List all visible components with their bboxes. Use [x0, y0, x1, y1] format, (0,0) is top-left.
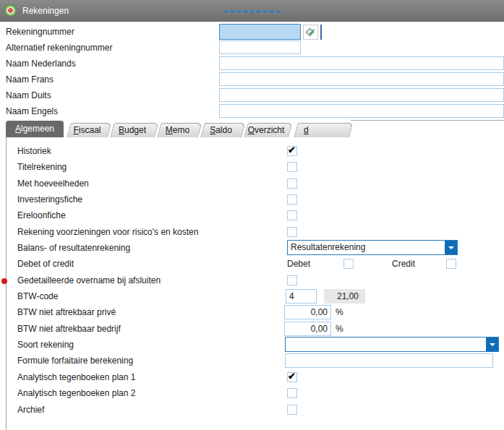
- window-title: Rekeningen: [22, 6, 69, 16]
- investeringsfiche-checkbox[interactable]: [287, 194, 297, 205]
- btw-prive-row: BTW niet aftrekbaar privé %: [0, 304, 504, 320]
- analytisch-plan1-label: Analytisch tegenboeken plan 1: [17, 369, 135, 385]
- naam-duits-input[interactable]: [219, 88, 504, 102]
- archief-label: Archief: [17, 402, 44, 418]
- naam-nederlands-input[interactable]: [219, 56, 504, 70]
- debet-credit-row: Debet of credit Debet Credit: [0, 256, 504, 272]
- titelrekening-row: Titelrekening: [0, 159, 504, 175]
- chevron-down-icon: [490, 343, 495, 346]
- ereloonfiche-label: Ereloonfiche: [17, 207, 66, 223]
- analytisch-plan1-row: Analytisch tegenboeken plan 1 ✔: [0, 369, 504, 385]
- rekeningnummer-label: Rekeningnummer: [6, 24, 74, 40]
- naam-nederlands-label: Naam Nederlands: [6, 56, 76, 72]
- titelrekening-checkbox[interactable]: [287, 162, 297, 172]
- formule-label: Formule forfaitaire berekening: [17, 353, 133, 369]
- titelrekening-label: Titelrekening: [17, 159, 67, 175]
- balans-resultaten-dropdown[interactable]: Resultatenrekening: [287, 240, 458, 255]
- btw-bedrijf-input[interactable]: [284, 322, 331, 336]
- analytisch-plan1-checkbox[interactable]: ✔: [287, 372, 297, 382]
- btw-rate-readonly: 21,00: [324, 289, 365, 304]
- soort-rekening-dropdown[interactable]: [285, 337, 499, 352]
- naam-engels-input[interactable]: [219, 104, 504, 118]
- historiek-row: Historiek ✔: [0, 143, 504, 159]
- voorzieningen-row: Rekening voorzieningen voor risico's en …: [0, 224, 504, 240]
- voorzieningen-label: Rekening voorzieningen voor risico's en …: [17, 224, 198, 240]
- percent-sign: %: [336, 304, 343, 320]
- rekeningnummer-row: Rekeningnummer ✓: [0, 24, 504, 40]
- archief-checkbox[interactable]: [287, 405, 297, 415]
- alternatief-rekeningnummer-label: Alternatief rekeningnummer: [6, 40, 112, 56]
- analytisch-plan2-checkbox[interactable]: [287, 388, 297, 398]
- ereloonfiche-checkbox[interactable]: [287, 210, 297, 220]
- naam-frans-input[interactable]: [219, 72, 504, 86]
- dropdown-button[interactable]: [445, 241, 457, 254]
- btw-bedrijf-row: BTW niet aftrekbaar bedrijf %: [0, 321, 504, 337]
- tab-algemeen[interactable]: Algemeen: [6, 121, 64, 137]
- historiek-label: Historiek: [17, 143, 51, 159]
- formule-input[interactable]: [285, 353, 493, 368]
- soort-rekening-label: Soort rekening: [17, 337, 74, 353]
- btw-prive-input[interactable]: [284, 305, 331, 319]
- validate-icon[interactable]: ✓: [303, 25, 318, 40]
- rekeningnummer-input[interactable]: [219, 24, 301, 40]
- naam-engels-row: Naam Engels: [0, 103, 504, 119]
- naam-engels-label: Naam Engels: [6, 103, 58, 119]
- ereloonfiche-row: Ereloonfiche: [0, 207, 504, 223]
- balans-resultaten-row: Balans- of resultatenrekening Resultaten…: [0, 240, 504, 256]
- gedetailleerde-overname-checkbox[interactable]: [287, 275, 297, 285]
- btw-prive-label: BTW niet aftrekbaar privé: [17, 304, 116, 320]
- debet-label: Debet: [287, 256, 310, 272]
- balans-resultaten-value: Resultatenrekening: [291, 241, 365, 254]
- dropdown-button[interactable]: [486, 337, 498, 351]
- gedetailleerde-overname-row: Gedetailleerde overname bij afsluiten: [0, 272, 504, 288]
- credit-checkbox[interactable]: [446, 259, 456, 269]
- investeringsfiche-row: Investeringsfiche: [0, 192, 504, 207]
- tabstrip-right-line: [351, 120, 504, 121]
- tab-strip: Algemeen Fiscaal Budget Memo Saldo Overz…: [0, 121, 504, 137]
- voorzieningen-checkbox[interactable]: [287, 227, 297, 237]
- tab-d[interactable]: d: [294, 123, 349, 137]
- naam-frans-label: Naam Frans: [6, 72, 54, 87]
- investeringsfiche-label: Investeringsfiche: [17, 192, 82, 207]
- alternatief-rekeningnummer-input[interactable]: [219, 40, 301, 54]
- tab-overzicht[interactable]: Overzicht: [244, 123, 289, 137]
- formule-row: Formule forfaitaire berekening: [0, 353, 504, 369]
- tab-memo[interactable]: Memo: [157, 123, 198, 137]
- credit-label: Credit: [392, 256, 415, 272]
- btw-code-input[interactable]: [286, 289, 317, 304]
- tab-saldo[interactable]: Saldo: [200, 123, 242, 137]
- btw-code-label: BTW-code: [17, 288, 58, 304]
- soort-rekening-row: Soort rekening: [0, 337, 504, 353]
- met-hoeveelheden-checkbox[interactable]: [287, 179, 297, 189]
- green-check-icon: ✓: [308, 26, 316, 38]
- naam-frans-row: Naam Frans: [0, 72, 504, 87]
- balans-resultaten-label: Balans- of resultatenrekening: [17, 240, 130, 256]
- historiek-checkbox[interactable]: ✔: [287, 146, 297, 156]
- algemeen-tab-panel: Historiek ✔ Titelrekening Met hoeveelhed…: [0, 137, 504, 418]
- naam-duits-label: Naam Duits: [6, 87, 51, 103]
- alternatief-rekeningnummer-row: Alternatief rekeningnummer: [0, 40, 504, 56]
- gedetailleerde-overname-label: Gedetailleerde overname bij afsluiten: [17, 272, 161, 288]
- analytisch-plan2-row: Analytisch tegenboeken plan 2: [0, 385, 504, 401]
- met-hoeveelheden-label: Met hoeveelheden: [17, 176, 89, 192]
- naam-duits-row: Naam Duits: [0, 87, 504, 103]
- naam-nederlands-row: Naam Nederlands: [0, 56, 504, 72]
- percent-sign: %: [336, 321, 343, 337]
- tab-budget[interactable]: Budget: [110, 123, 155, 137]
- btw-code-row: BTW-code 21,00: [0, 288, 504, 304]
- app-icon: [4, 4, 17, 17]
- tab-fiscaal[interactable]: Fiscaal: [67, 123, 108, 137]
- chevron-down-icon: [448, 246, 454, 249]
- met-hoeveelheden-row: Met hoeveelheden: [0, 176, 504, 192]
- text-cursor: [320, 25, 322, 40]
- archief-row: Archief: [0, 402, 504, 418]
- btw-bedrijf-label: BTW niet aftrekbaar bedrijf: [17, 321, 121, 337]
- debet-checkbox[interactable]: [343, 259, 354, 269]
- debet-credit-label: Debet of credit: [17, 256, 74, 272]
- analytisch-plan2-label: Analytisch tegenboeken plan 2: [17, 385, 135, 401]
